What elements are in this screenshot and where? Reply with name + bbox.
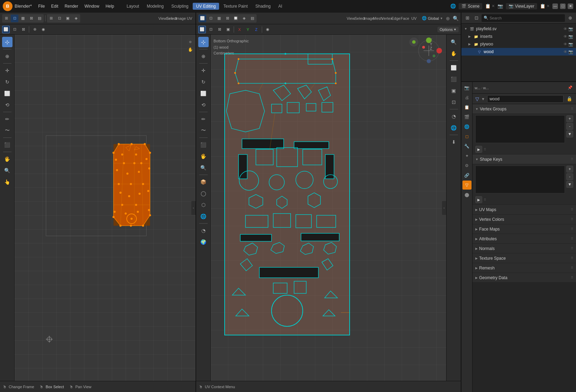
- uv-select-menu[interactable]: Select: [356, 15, 364, 22]
- uv-select-icon[interactable]: ⬜: [198, 26, 206, 33]
- axis-y[interactable]: Y: [244, 26, 252, 33]
- view-menu-btn[interactable]: View: [159, 15, 166, 22]
- select-menu-btn[interactable]: Select: [168, 15, 175, 22]
- uv-icon-1[interactable]: ⬜: [199, 15, 206, 22]
- normals-section[interactable]: ▶ Normals ⠿: [473, 244, 576, 253]
- uv-edge-menu[interactable]: Edge: [392, 15, 400, 22]
- uv-edge-icon[interactable]: ⊠: [216, 26, 223, 33]
- overlay-icon-4[interactable]: ◈: [72, 15, 80, 22]
- cam-icon-wood[interactable]: 📷: [568, 50, 573, 54]
- uv-sphere-tool[interactable]: 🌍: [198, 237, 209, 247]
- ws-modeling[interactable]: Modeling: [143, 3, 167, 10]
- mesh-object[interactable]: [112, 142, 152, 227]
- mode-icon-2[interactable]: ⊡: [11, 15, 18, 22]
- props-pin-icon[interactable]: 📌: [566, 84, 574, 92]
- uv-menu-btn[interactable]: UV: [186, 15, 193, 22]
- vg-list[interactable]: [475, 115, 565, 143]
- uv-hex-tool[interactable]: ⬡: [198, 200, 209, 210]
- vg-play-btn[interactable]: ▶: [475, 146, 482, 153]
- overlay-icon-3[interactable]: ▣: [64, 15, 72, 22]
- uv-icon-3[interactable]: ▦: [215, 15, 223, 22]
- props-physics-tab[interactable]: ⚙: [462, 161, 471, 170]
- uv-transform-tool[interactable]: ⟲: [198, 100, 209, 110]
- props-constraint-tab[interactable]: 🔗: [462, 171, 471, 180]
- annotate-line-tool[interactable]: 〜: [2, 125, 12, 136]
- uv-zoom-tool[interactable]: 🔍: [198, 162, 209, 173]
- mode-icon-verts[interactable]: ⊡: [11, 26, 18, 33]
- outliner-icon-1[interactable]: ⊞: [464, 14, 471, 22]
- uv-globe-tool[interactable]: 🌐: [198, 211, 209, 222]
- uv-rs-box3[interactable]: ▣: [449, 85, 459, 96]
- vg-add-btn[interactable]: +: [566, 115, 573, 122]
- uv-cursor-tool[interactable]: ⊕: [198, 51, 209, 61]
- uv-annotate-tool[interactable]: ✏: [198, 114, 209, 124]
- cam-icon-playfield[interactable]: 📷: [568, 27, 573, 31]
- uv-rs-sphere[interactable]: ◔: [449, 111, 459, 122]
- ws-shading[interactable]: Shading: [252, 3, 274, 10]
- uv-box-select-tool[interactable]: ⬛: [198, 140, 209, 150]
- outliner-filter-icon[interactable]: ⊕: [566, 14, 574, 22]
- uv-uv-menu[interactable]: UV: [410, 15, 418, 22]
- uv-rotate-tool[interactable]: ↻: [198, 77, 209, 87]
- uv-face-menu[interactable]: Face: [401, 15, 409, 22]
- uv-icon-7[interactable]: ▤: [249, 15, 256, 22]
- uv-scale-tool[interactable]: ⬜: [198, 88, 209, 99]
- uv-select-tool[interactable]: ⊹: [198, 37, 209, 47]
- uv-mesh-menu[interactable]: Mesh: [374, 15, 382, 22]
- uv-view-menu[interactable]: View: [347, 15, 354, 22]
- menu-help[interactable]: Help: [103, 3, 117, 9]
- uv-rs-pie[interactable]: 🌐: [449, 123, 459, 133]
- face-maps-section[interactable]: ▶ Face Maps ⠿: [473, 224, 576, 234]
- vg-move-btn[interactable]: ▼: [566, 131, 573, 137]
- uv-props-icon[interactable]: ◉: [264, 26, 272, 33]
- mode-icon-edges[interactable]: ⊠: [19, 26, 27, 33]
- sk-remove-btn[interactable]: -: [566, 173, 573, 180]
- select-tool[interactable]: ⊹: [2, 37, 12, 47]
- eye-icon-playfield[interactable]: 👁: [564, 27, 567, 31]
- menu-window[interactable]: Window: [82, 3, 102, 9]
- outliner-icon-2[interactable]: ⊡: [473, 14, 480, 22]
- overlay-icon-2[interactable]: ⊡: [56, 15, 63, 22]
- eye-icon-wood[interactable]: 👁: [564, 50, 567, 54]
- mode-icon-4[interactable]: ⊠: [27, 15, 35, 22]
- zoom-btn[interactable]: ⊕: [187, 38, 194, 45]
- uv-rs-expand-down[interactable]: ⬇: [449, 137, 459, 147]
- ws-layout[interactable]: Layout: [123, 3, 143, 10]
- props-shield-icon[interactable]: 🔒: [566, 95, 573, 103]
- uv-maps-section[interactable]: ▶ UV Maps ⠿: [473, 205, 576, 215]
- scale-tool[interactable]: ⬜: [2, 88, 12, 99]
- axis-z[interactable]: Z: [252, 26, 260, 33]
- menu-file[interactable]: File: [35, 3, 48, 9]
- geometry-data-section[interactable]: ▶ Geometry Data ⠿: [473, 273, 576, 283]
- uv-circle-tool[interactable]: ◯: [198, 188, 209, 199]
- box-select-tool[interactable]: ⬛: [2, 140, 12, 150]
- overlay-icon-1[interactable]: ⊞: [47, 15, 55, 22]
- image-menu-btn[interactable]: Image: [177, 15, 184, 22]
- uv-rs-pan[interactable]: ✋: [449, 48, 459, 59]
- maximize-button[interactable]: ☐: [560, 3, 566, 9]
- pan-btn[interactable]: ✋: [187, 46, 194, 53]
- outliner-item-wood[interactable]: ▽ wood 👁 📷: [461, 48, 576, 56]
- uv-vertex-menu[interactable]: Vertex: [383, 15, 391, 22]
- props-output-tab[interactable]: 🖨: [462, 93, 471, 102]
- ws-ai[interactable]: AI: [275, 3, 286, 10]
- vertex-groups-section-header[interactable]: ▼ Vertex Groups ⠿: [473, 104, 576, 114]
- attributes-section[interactable]: ▶ Attributes ⠿: [473, 234, 576, 244]
- props-material-tab[interactable]: ⬤: [462, 190, 471, 199]
- outliner-search-bar[interactable]: 🔍: [482, 14, 565, 22]
- outliner-item-inserts[interactable]: ▶ 📁 inserts 👁 📷: [461, 33, 576, 40]
- viewlayer-selector[interactable]: 📷 ViewLayer: [506, 3, 537, 9]
- props-data-tab[interactable]: ▽: [462, 181, 471, 190]
- scene-selector[interactable]: 🎬 Scene: [459, 3, 482, 9]
- sk-list[interactable]: [475, 166, 565, 193]
- vg-remove-btn[interactable]: -: [566, 123, 573, 130]
- minimize-button[interactable]: —: [552, 3, 558, 9]
- uv-rs-box1[interactable]: ⬜: [449, 62, 459, 73]
- panel-collapse-btn[interactable]: ‹: [191, 201, 195, 215]
- ws-sculpting[interactable]: Sculpting: [168, 3, 192, 10]
- annotate-tool[interactable]: ✏: [2, 114, 12, 124]
- uv-vert-icon[interactable]: ⊡: [207, 26, 215, 33]
- outliner-item-playfield[interactable]: ▼ 🎬 playfield.sv 👁 📷: [461, 25, 576, 33]
- ws-uv-editing[interactable]: UV Editing: [193, 3, 219, 10]
- remesh-section[interactable]: ▶ Remesh ⠿: [473, 263, 576, 273]
